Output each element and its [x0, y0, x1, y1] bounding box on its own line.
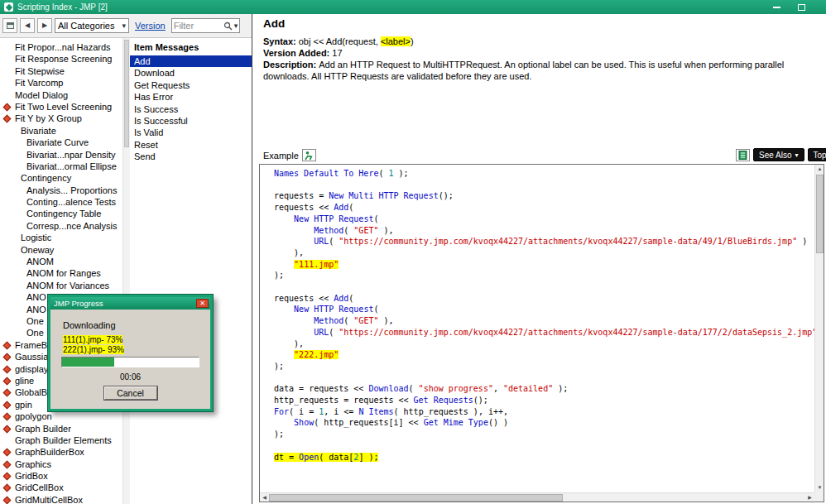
tree-item-label: Bivariate — [21, 126, 56, 136]
description: Description:Add an HTTP Request to Multi… — [263, 60, 821, 82]
tree-item[interactable]: ANOM for Ranges — [0, 267, 122, 279]
message-item[interactable]: Send — [130, 151, 252, 162]
message-item[interactable]: Download — [130, 67, 252, 79]
topic-help-button[interactable]: Topic H — [808, 148, 826, 161]
tree-item[interactable]: Graphics — [0, 458, 122, 470]
tree-item[interactable]: Analysis... Proportions — [0, 185, 122, 196]
back-button[interactable]: ◀ — [20, 18, 35, 33]
tree-item[interactable]: Contingency Table — [0, 208, 122, 219]
index-view-button[interactable] — [2, 18, 17, 33]
tree-item-label: Fit Two Level Screening — [15, 102, 112, 112]
tree-item-label: Bivariat...npar Density — [26, 150, 116, 160]
description-label: Description: — [263, 60, 316, 70]
maximize-button[interactable] — [795, 2, 807, 12]
tree-item[interactable]: Fit Varcomp — [0, 77, 122, 89]
version-link[interactable]: Version — [135, 21, 166, 31]
tree-item[interactable]: GridCellBox — [0, 482, 122, 493]
platform-icon — [3, 353, 12, 362]
example-label: Example — [263, 151, 299, 161]
scroll-left-icon[interactable]: ◀ — [260, 493, 269, 502]
syntax-label: Syntax: — [263, 36, 296, 46]
search-icon — [223, 22, 233, 31]
category-dropdown[interactable]: All Categories ▾ — [55, 18, 129, 33]
filter-input[interactable] — [174, 21, 222, 31]
download-file-list: 111(1).jmp- 73%222(1).jmp- 93% — [63, 335, 124, 354]
minimize-icon — [773, 7, 780, 8]
jmp-scripting-index-window: Scripting Index - JMP [2] ◀ ▶ All Catego… — [0, 0, 826, 504]
tree-item[interactable]: Conting...alence Tests — [0, 196, 122, 208]
tree-item-label: Conting...alence Tests — [26, 197, 116, 207]
messages-panel: Item Messages AddDownloadGet RequestsHas… — [130, 38, 252, 504]
code-editor[interactable]: Names Default To Here( 1 ); requests = N… — [259, 164, 824, 502]
open-script-button[interactable] — [736, 149, 750, 161]
scroll-up-icon[interactable]: ▲ — [815, 165, 824, 174]
tree-item[interactable]: Contingency — [0, 172, 122, 184]
scroll-right-icon[interactable]: ▶ — [805, 493, 814, 502]
horizontal-scroll-thumb[interactable] — [269, 494, 563, 502]
tree-item-label: Oneway — [21, 245, 54, 255]
tree-item[interactable]: ANOM — [0, 256, 122, 267]
tree-item[interactable]: GridMultiCellBox — [0, 494, 122, 504]
message-item[interactable]: Reset — [130, 139, 252, 151]
tree-item-label: Contingency Table — [26, 209, 101, 218]
tree-item[interactable]: Fit Propor...nal Hazards — [0, 41, 122, 53]
message-item[interactable]: Has Error — [130, 91, 252, 103]
tree-item[interactable]: Graph Builder — [0, 423, 122, 434]
tree-item-label: Fit Y by X Group — [15, 113, 82, 123]
code-vertical-scrollbar[interactable]: ▲ ▼ — [814, 165, 824, 492]
tree-item[interactable]: Fit Y by X Group — [0, 113, 122, 124]
message-item[interactable]: Is Success — [130, 103, 252, 115]
tree-item-label: Bivariat...ormal Ellipse — [26, 161, 117, 171]
tree-item[interactable]: GraphBuilderBox — [0, 446, 122, 458]
tree-item[interactable]: GridBox — [0, 470, 122, 482]
tree-item-label: Contingency — [21, 173, 71, 183]
scrollbar-corner — [814, 492, 824, 502]
platform-icon — [3, 377, 12, 385]
tree-item[interactable]: Graph Builder Elements — [0, 434, 122, 446]
tree-item[interactable]: Corresp...nce Analysis — [0, 220, 122, 232]
sidebar-scrollbar[interactable] — [122, 38, 130, 504]
progress-title-bar: JMP Progress ✕ — [50, 297, 210, 310]
tree-item[interactable]: Bivariat...npar Density — [0, 149, 122, 161]
tree-item-label: GraphBuilderBox — [15, 447, 84, 457]
version-line: Version Added:17 — [263, 48, 343, 60]
filter-options-caret-icon[interactable]: ▾ — [234, 22, 238, 30]
version-added-value: 17 — [332, 48, 342, 58]
see-also-button[interactable]: See Also ▾ — [753, 148, 804, 161]
tree-item[interactable]: Bivariat...ormal Ellipse — [0, 161, 122, 172]
tree-item[interactable]: Fit Response Screening — [0, 53, 122, 65]
platform-icon — [3, 449, 12, 457]
category-value: All Categories — [58, 21, 114, 31]
jmp-app-icon — [4, 2, 13, 12]
tree-item-label: ANOM for Ranges — [26, 268, 101, 278]
sidebar-tree: Fit Propor...nal HazardsFit Response Scr… — [0, 38, 122, 504]
tree-item[interactable]: Fit Stepwise — [0, 65, 122, 77]
tree-item[interactable]: Bivariate Curve — [0, 137, 122, 148]
tree-item[interactable]: ANOM for Variances — [0, 280, 122, 291]
platform-icon — [3, 460, 12, 468]
tree-item[interactable]: Logistic — [0, 232, 122, 243]
progress-close-button[interactable]: ✕ — [196, 299, 209, 308]
message-item[interactable]: Add — [130, 55, 252, 67]
jmp-progress-dialog: JMP Progress ✕ Downloading 111(1).jmp- 7… — [48, 295, 213, 411]
run-example-button[interactable] — [302, 149, 316, 161]
message-item[interactable]: Is Valid — [130, 127, 252, 138]
cancel-button[interactable]: Cancel — [104, 386, 157, 400]
tree-item[interactable]: Fit Two Level Screening — [0, 101, 122, 113]
scroll-down-icon[interactable]: ▼ — [815, 483, 824, 492]
tree-item[interactable]: Bivariate — [0, 125, 122, 137]
vertical-scroll-thumb[interactable] — [816, 175, 824, 253]
minimize-button[interactable] — [771, 2, 782, 12]
tree-item-label: Fit Varcomp — [15, 78, 63, 88]
tree-item-label: Gaussia — [15, 352, 48, 362]
message-item[interactable]: Get Requests — [130, 79, 252, 91]
tree-item[interactable]: Model Dialog — [0, 89, 122, 101]
tree-item[interactable]: Oneway — [0, 244, 122, 256]
window-icon — [7, 22, 14, 29]
run-script-icon — [304, 151, 314, 161]
code-horizontal-scrollbar[interactable]: ◀ ▶ — [260, 492, 814, 502]
forward-button[interactable]: ▶ — [37, 18, 52, 33]
sidebar-scrollbar-thumb[interactable] — [124, 40, 129, 147]
tree-item[interactable]: gpolygon — [0, 410, 122, 422]
message-item[interactable]: Is Successful — [130, 115, 252, 127]
